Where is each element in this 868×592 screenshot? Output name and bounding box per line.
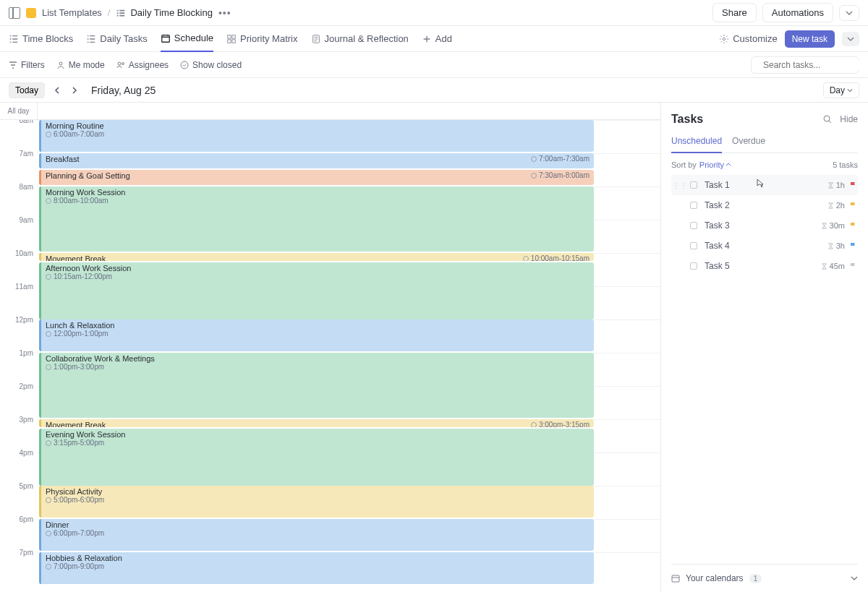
new-task-dropdown[interactable] xyxy=(842,32,859,46)
sort-by-label: Sort by xyxy=(671,160,697,169)
search-icon[interactable] xyxy=(822,114,833,124)
automations-button[interactable]: Automations xyxy=(762,3,833,22)
people-icon xyxy=(116,61,125,69)
task-name: Task 2 xyxy=(705,200,827,210)
calendar-event[interactable]: Dinner6:00pm-7:00pm xyxy=(39,519,594,551)
priority-flag-icon xyxy=(849,242,856,249)
event-time: 12:00pm-1:00pm xyxy=(46,330,590,338)
search-input[interactable] xyxy=(763,60,868,70)
share-button[interactable]: Share xyxy=(712,3,757,22)
prev-day-button[interactable] xyxy=(51,85,65,95)
event-time: 1:00pm-3:00pm xyxy=(46,363,590,371)
list-icon xyxy=(116,8,126,18)
time-column: 6am7am8am9am10am11am12pm1pm2pm3pm4pm5pm6… xyxy=(0,120,38,585)
event-title: Breakfast xyxy=(46,155,590,163)
event-time: 3:15pm-5:00pm xyxy=(46,439,590,447)
task-row[interactable]: ⋮⋮Task 43h xyxy=(671,236,858,256)
show-closed-button[interactable]: Show closed xyxy=(180,60,242,70)
tab-add[interactable]: Add xyxy=(422,26,452,52)
search-box[interactable] xyxy=(751,56,859,74)
new-task-button[interactable]: New task xyxy=(785,30,835,48)
assignees-button[interactable]: Assignees xyxy=(116,60,169,70)
tab-priority-matrix[interactable]: Priority Matrix xyxy=(226,26,297,52)
tab-journal[interactable]: Journal & Reflection xyxy=(311,26,409,52)
event-title: Physical Activity xyxy=(46,487,590,496)
event-time: 8:00am-10:00am xyxy=(46,197,590,205)
tab-time-blocks[interactable]: Time Blocks xyxy=(9,26,73,52)
plus-icon xyxy=(422,34,432,44)
task-checkbox[interactable] xyxy=(690,222,697,229)
task-name: Task 1 xyxy=(705,180,827,190)
filters-button[interactable]: Filters xyxy=(9,60,45,70)
task-checkbox[interactable] xyxy=(690,262,697,270)
calendars-footer[interactable]: Your calendars 1 xyxy=(671,564,858,592)
chevron-down-icon xyxy=(847,87,853,93)
me-mode-button[interactable]: Me mode xyxy=(56,60,105,70)
calendar-event[interactable]: Breakfast7:00am-7:30am xyxy=(39,153,594,168)
breadcrumb-current[interactable]: Daily Time Blocking xyxy=(116,7,212,18)
customize-button[interactable]: Customize xyxy=(719,33,777,44)
hour-label: 5pm xyxy=(0,482,38,515)
tasks-panel: Tasks Hide Unscheduled Overdue Sort by P… xyxy=(661,103,868,592)
hour-label: 6pm xyxy=(0,515,38,549)
task-checkbox[interactable] xyxy=(690,181,697,189)
svg-point-8 xyxy=(118,62,121,65)
calendar-event[interactable]: Planning & Goal Setting7:30am-8:00am xyxy=(39,170,594,185)
hide-tasks-button[interactable]: Hide xyxy=(840,114,858,124)
breadcrumb-parent[interactable]: List Templates xyxy=(42,7,102,18)
next-day-button[interactable] xyxy=(67,85,81,95)
priority-flag-icon xyxy=(849,181,856,189)
chevron-down-icon xyxy=(846,9,853,17)
tab-overdue[interactable]: Overdue xyxy=(732,136,765,153)
event-time: 6:00pm-7:00pm xyxy=(46,529,590,537)
calendar-event[interactable]: Hobbies & Relaxation7:00pm-9:00pm xyxy=(39,552,594,584)
calendar-event[interactable]: Evening Work Session3:15pm-5:00pm xyxy=(39,429,594,486)
calendar-event[interactable]: Collaborative Work & Meetings1:00pm-3:00… xyxy=(39,353,594,418)
event-title: Lunch & Relaxation xyxy=(46,321,590,330)
event-title: Movement Break xyxy=(46,254,590,261)
all-day-lane[interactable] xyxy=(38,103,660,119)
more-icon[interactable]: ••• xyxy=(218,7,231,19)
tab-daily-tasks[interactable]: Daily Tasks xyxy=(86,26,148,52)
priority-flag-icon xyxy=(849,202,856,209)
svg-rect-0 xyxy=(162,35,170,42)
hour-label: 12pm xyxy=(0,316,38,349)
calendar-event[interactable]: Afternoon Work Session10:15am-12:00pm xyxy=(39,262,594,319)
tab-schedule[interactable]: Schedule xyxy=(161,26,213,52)
event-title: Dinner xyxy=(46,520,590,529)
person-icon xyxy=(56,61,65,69)
hour-label: 9am xyxy=(0,216,38,249)
svg-rect-1 xyxy=(228,35,231,38)
event-title: Collaborative Work & Meetings xyxy=(46,354,590,363)
task-list: ⋮⋮Task 11h⋮⋮Task 22h⋮⋮Task 330m⋮⋮Task 43… xyxy=(671,175,858,276)
calendar-event[interactable]: Morning Work Session8:00am-10:00am xyxy=(39,186,594,252)
calendar-event[interactable]: Movement Break10:00am-10:15am xyxy=(39,253,594,261)
today-button[interactable]: Today xyxy=(9,82,45,98)
task-duration: 45m xyxy=(821,262,845,270)
task-checkbox[interactable] xyxy=(690,242,697,249)
event-time: 3:00pm-3:15pm xyxy=(531,421,590,427)
breadcrumb: List Templates / Daily Time Blocking ••• xyxy=(26,7,231,19)
task-checkbox[interactable] xyxy=(690,202,697,209)
calendar-event[interactable]: Physical Activity5:00pm-6:00pm xyxy=(39,486,594,518)
calendar-event[interactable]: Morning Routine6:00am-7:00am xyxy=(39,120,594,152)
chevron-down-icon[interactable] xyxy=(851,575,858,582)
calendar-event[interactable]: Movement Break3:00pm-3:15pm xyxy=(39,419,594,427)
svg-rect-13 xyxy=(672,575,679,582)
task-row[interactable]: ⋮⋮Task 545m xyxy=(671,256,858,276)
breadcrumb-separator: / xyxy=(108,7,111,18)
task-row[interactable]: ⋮⋮Task 22h xyxy=(671,195,858,215)
calendar-event[interactable]: Lunch & Relaxation12:00pm-1:00pm xyxy=(39,319,594,351)
task-row[interactable]: ⋮⋮Task 330m xyxy=(671,215,858,236)
priority-flag-icon xyxy=(849,222,856,229)
hour-label: 3pm xyxy=(0,416,38,449)
events-column[interactable]: Morning Routine6:00am-7:00amBreakfast7:0… xyxy=(38,120,660,585)
sort-field-button[interactable]: Priority xyxy=(699,160,731,169)
range-selector[interactable]: Day xyxy=(823,82,859,98)
drag-handle-icon[interactable]: ⋮⋮ xyxy=(673,181,687,189)
header-dropdown-button[interactable] xyxy=(839,5,859,21)
svg-point-9 xyxy=(122,62,124,64)
tab-unscheduled[interactable]: Unscheduled xyxy=(671,136,722,153)
sidebar-toggle-icon[interactable] xyxy=(9,7,20,19)
svg-point-6 xyxy=(723,38,726,40)
